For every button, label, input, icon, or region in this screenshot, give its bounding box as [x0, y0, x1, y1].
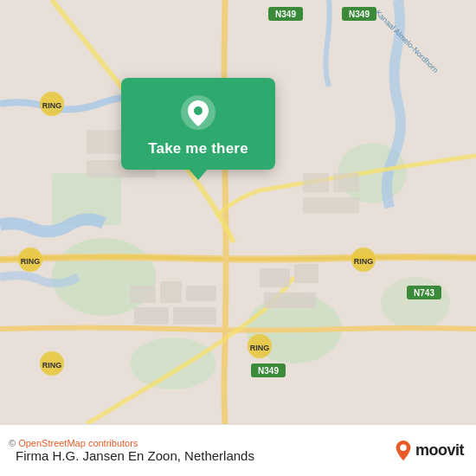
svg-rect-39 [303, 197, 359, 213]
svg-rect-29 [134, 307, 169, 325]
map-container: RING RING RING RING RING N349 N349 N349 … [0, 0, 476, 424]
svg-text:RING: RING [42, 361, 62, 370]
svg-rect-31 [260, 268, 290, 287]
svg-text:RING: RING [42, 101, 62, 110]
svg-point-6 [381, 277, 450, 329]
footer-bar: © OpenStreetMap contributors Firma H.G. … [0, 424, 476, 476]
svg-rect-38 [333, 173, 359, 192]
svg-point-1 [52, 238, 156, 316]
location-label: Firma H.G. Jansen En Zoon, Netherlands [16, 448, 254, 463]
openstreetmap-link[interactable]: OpenStreetMap contributors [18, 438, 138, 448]
take-me-there-button[interactable]: Take me there [148, 140, 248, 158]
svg-text:N349: N349 [349, 10, 370, 19]
svg-rect-26 [130, 286, 156, 303]
footer-left: © OpenStreetMap contributors Firma H.G. … [9, 438, 254, 463]
svg-rect-34 [87, 130, 121, 154]
svg-text:RING: RING [250, 344, 270, 352]
map-background: RING RING RING RING RING N349 N349 N349 … [0, 0, 476, 424]
copyright-text: © OpenStreetMap contributors [9, 438, 254, 448]
svg-rect-37 [303, 173, 329, 192]
navigation-popup[interactable]: Take me there [121, 78, 275, 170]
svg-point-5 [130, 338, 216, 389]
svg-text:RING: RING [354, 257, 374, 266]
svg-text:N349: N349 [258, 366, 279, 376]
svg-rect-30 [173, 307, 216, 325]
svg-rect-32 [294, 264, 318, 283]
svg-text:RING: RING [21, 257, 41, 266]
moovit-logo: moovit [394, 440, 464, 462]
svg-point-42 [400, 444, 406, 450]
svg-rect-33 [264, 293, 316, 308]
svg-text:N743: N743 [414, 288, 434, 298]
svg-rect-27 [160, 281, 182, 303]
svg-text:N349: N349 [275, 10, 296, 19]
moovit-pin-icon [394, 440, 413, 462]
moovit-text: moovit [415, 441, 464, 460]
copyright-symbol: © [9, 438, 16, 448]
svg-rect-28 [186, 286, 216, 301]
svg-point-41 [194, 106, 203, 115]
location-pin-icon [179, 93, 217, 132]
